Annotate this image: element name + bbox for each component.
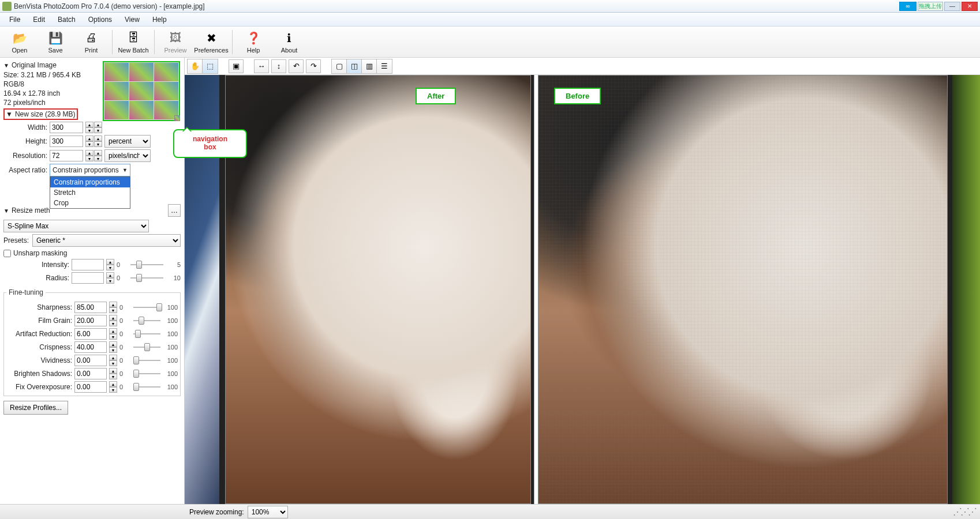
resize-method-select[interactable]: S-Spline Max	[3, 220, 149, 232]
window-title: BenVista PhotoZoom Pro 7.0.4 (demo versi…	[14, 2, 205, 10]
upload-hint-button[interactable]: 拖拽上传	[918, 2, 943, 11]
navigation-thumbnail[interactable]	[103, 61, 180, 121]
height-input[interactable]	[50, 136, 83, 147]
menu-batch[interactable]: Batch	[52, 14, 81, 25]
resolution-spinner[interactable]: ▲▼	[85, 150, 93, 161]
unsharp-masking-checkbox[interactable]	[3, 250, 11, 257]
width-spinner-coarse[interactable]: ▲▼	[94, 122, 102, 133]
height-spinner-coarse[interactable]: ▲▼	[94, 136, 102, 147]
fine-input-4[interactable]	[74, 355, 107, 366]
fine-spinner-2[interactable]: ▲▼	[109, 328, 117, 340]
fine-spinner-3[interactable]: ▲▼	[109, 341, 117, 353]
fine-spinner-0[interactable]: ▲▼	[109, 302, 117, 313]
radius-spinner: ▲▼	[106, 272, 114, 284]
image-strip-right	[952, 75, 980, 504]
fine-slider-2[interactable]	[133, 328, 160, 340]
menu-help[interactable]: Help	[147, 14, 173, 25]
sidebar: ▼ Original Image Size: 3.21 MB / 965.4 K…	[0, 58, 185, 504]
resize-profiles-button[interactable]: Resize Profiles...	[3, 401, 68, 415]
layout-single-button[interactable]: ▢	[332, 59, 347, 73]
menu-edit[interactable]: Edit	[27, 14, 51, 25]
print-button[interactable]: 🖨Print	[74, 28, 109, 56]
resize-method-more-button[interactable]: …	[168, 204, 181, 217]
help-button[interactable]: ❓Help	[236, 28, 271, 56]
fine-input-1[interactable]	[74, 315, 107, 326]
resolution-spinner-coarse[interactable]: ▲▼	[94, 150, 102, 161]
resolution-input[interactable]	[50, 150, 83, 161]
preview-toolbar: ✋ ⬚ ▣ ↔ ↕ ↶ ↷ ▢ ◫ ▥ ☰	[185, 58, 980, 75]
preview-icon: 🖼	[168, 31, 183, 46]
fine-input-3[interactable]	[74, 341, 107, 353]
selection-tool[interactable]: ⬚	[203, 59, 218, 73]
size-unit-select[interactable]: percent	[104, 135, 151, 148]
fine-slider-1[interactable]	[133, 315, 160, 326]
resize-grip-icon[interactable]: ⋰⋰⋰	[953, 506, 975, 517]
preferences-button[interactable]: ✖Preferences	[194, 28, 229, 56]
fine-input-2[interactable]	[74, 328, 107, 340]
save-button[interactable]: 💾Save	[38, 28, 73, 56]
radius-input	[72, 272, 104, 284]
aspect-ratio-label: Aspect ratio:	[3, 166, 47, 174]
intensity-spinner: ▲▼	[106, 259, 114, 270]
fine-slider-3[interactable]	[133, 341, 160, 353]
fine-input-0[interactable]	[74, 302, 107, 313]
new-size-header[interactable]: ▼ New size (28.9 MB)	[3, 108, 78, 120]
fine-slider-5[interactable]	[133, 368, 160, 379]
aspect-option-crop[interactable]: Crop	[50, 198, 130, 208]
aspect-option-stretch[interactable]: Stretch	[50, 187, 130, 198]
fine-tuning-legend: Fine-tuning	[6, 288, 46, 296]
chevron-down-icon: ▼	[122, 167, 128, 173]
preview-zoom-label: Preview zooming:	[189, 508, 244, 516]
preview-zoom-select[interactable]: 100%	[248, 506, 288, 518]
open-button[interactable]: 📂Open	[2, 28, 37, 56]
presets-select[interactable]: Generic *	[32, 234, 181, 247]
fine-spinner-6[interactable]: ▲▼	[109, 381, 117, 393]
fit-height-button[interactable]: ↕	[271, 59, 286, 73]
fine-label-0: Sharpness:	[6, 303, 72, 311]
intensity-label: Intensity:	[3, 261, 69, 269]
after-badge: After	[416, 88, 456, 104]
unsharp-masking-label: Unsharp masking	[13, 249, 67, 257]
layout-list-button[interactable]: ☰	[377, 59, 392, 73]
fine-input-5[interactable]	[74, 368, 107, 379]
new-batch-button[interactable]: 🗄New Batch	[116, 28, 151, 56]
close-button[interactable]: ✕	[962, 2, 978, 11]
main-area: ✋ ⬚ ▣ ↔ ↕ ↶ ↷ ▢ ◫ ▥ ☰ After Bef	[185, 58, 980, 504]
minimize-button[interactable]: —	[944, 2, 960, 11]
resolution-label: Resolution:	[3, 152, 47, 160]
thumbnail-resize-handle[interactable]	[174, 115, 180, 121]
cloud-button[interactable]: ∞	[899, 2, 917, 11]
fine-slider-4[interactable]	[133, 355, 160, 366]
aspect-option-constrain[interactable]: Constrain proportions	[50, 177, 130, 187]
hand-tool[interactable]: ✋	[188, 59, 203, 73]
fine-slider-6[interactable]	[133, 381, 160, 393]
preferences-icon: ✖	[204, 31, 219, 46]
menu-options[interactable]: Options	[83, 14, 118, 25]
width-spinner[interactable]: ▲▼	[85, 122, 93, 133]
undo-button[interactable]: ↶	[289, 59, 304, 73]
redo-button[interactable]: ↷	[306, 59, 321, 73]
preview-canvas[interactable]: After Before	[185, 75, 980, 504]
resolution-unit-select[interactable]: pixels/inch	[104, 149, 151, 162]
layout-split-horizontal-button[interactable]: ▥	[362, 59, 377, 73]
fine-spinner-4[interactable]: ▲▼	[109, 355, 117, 366]
navigation-box-callout: navigation box	[173, 129, 247, 158]
fine-spinner-5[interactable]: ▲▼	[109, 368, 117, 379]
height-spinner[interactable]: ▲▼	[85, 136, 93, 147]
save-icon: 💾	[48, 31, 63, 46]
width-input[interactable]	[50, 122, 83, 133]
about-button[interactable]: ℹAbout	[272, 28, 306, 56]
fine-slider-0[interactable]	[133, 302, 160, 313]
aspect-ratio-select[interactable]: Constrain proportions ▼	[50, 164, 130, 176]
main-toolbar: 📂Open💾Save🖨Print🗄New Batch🖼Preview✖Prefe…	[0, 27, 980, 58]
crop-tool[interactable]: ▣	[229, 59, 244, 73]
menu-view[interactable]: View	[119, 14, 145, 25]
fine-spinner-1[interactable]: ▲▼	[109, 315, 117, 326]
width-label: Width:	[3, 123, 47, 131]
fit-width-button[interactable]: ↔	[254, 59, 269, 73]
fine-input-6[interactable]	[74, 381, 107, 393]
menu-file[interactable]: File	[3, 14, 26, 25]
layout-split-vertical-button[interactable]: ◫	[347, 59, 362, 73]
help-icon: ❓	[246, 31, 261, 46]
fine-label-4: Vividness:	[6, 356, 72, 364]
